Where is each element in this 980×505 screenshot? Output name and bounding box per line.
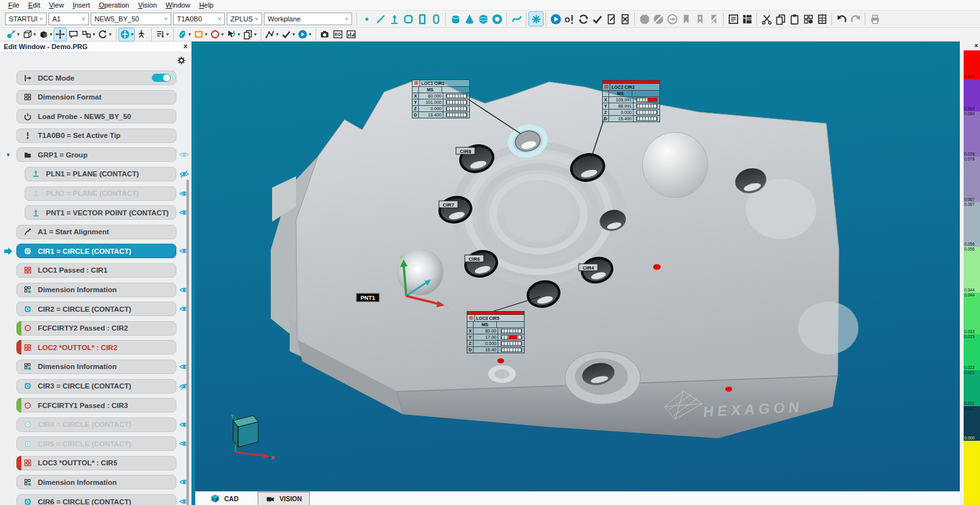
counterbore-boss[interactable]: [565, 351, 641, 404]
command-load[interactable]: Load Probe - NEW5_BY_50: [16, 109, 176, 123]
command-cir3[interactable]: CIR3 = CIRCLE (CONTACT): [16, 379, 176, 394]
optimize-path-icon[interactable]: ▾: [81, 28, 96, 41]
dropdown-workplane[interactable]: Workplane˅: [264, 13, 352, 25]
grid-icon[interactable]: [815, 12, 829, 26]
command-cir6[interactable]: CIR6 = CIRCLE (CONTACT): [16, 494, 176, 505]
eye-toggle[interactable]: [176, 246, 191, 256]
menu-help[interactable]: Help: [195, 1, 218, 9]
execute-icon[interactable]: [549, 12, 562, 26]
command-pln1[interactable]: PLN1 = PLANE (CONTACT): [25, 167, 176, 181]
cone-icon[interactable]: [462, 12, 476, 26]
dcc-mode-toggle[interactable]: [152, 74, 171, 82]
command-cir1[interactable]: CIR1 = CIRCLE (CONTACT): [16, 244, 176, 258]
continue-icon[interactable]: [665, 12, 679, 26]
measurement-label-loc2[interactable]: LOC2 CIR2MSX108.991Y88.991Z0.000D16.400: [602, 80, 660, 122]
eye-toggle[interactable]: [176, 496, 191, 505]
command-dimension[interactable]: Dimension Information: [16, 283, 176, 297]
move-probe-icon[interactable]: ▾: [119, 28, 134, 41]
command-cir4[interactable]: CIR4 = CIRCLE (CONTACT): [16, 417, 176, 432]
command-pnt1[interactable]: PNT1 = VECTOR POINT (CONTACT): [25, 205, 176, 220]
circle-feature-icon[interactable]: [401, 12, 415, 26]
point-tag-pnt1[interactable]: PNT1: [356, 293, 379, 302]
feature-tag-cir6[interactable]: CIR6: [465, 255, 484, 262]
redo-icon[interactable]: [848, 12, 862, 26]
gear-icon[interactable]: [176, 55, 186, 65]
eye-toggle[interactable]: [176, 477, 191, 487]
square-slot-icon[interactable]: [415, 12, 429, 26]
dropdown-new5_by_50[interactable]: NEW5_BY_50˅: [91, 13, 171, 25]
histogram-icon[interactable]: [345, 28, 357, 41]
tab-cad[interactable]: CAD: [203, 492, 246, 505]
loop-icon[interactable]: [576, 12, 590, 26]
command-loc3[interactable]: LOC3 *OUTTOL* : CIR5: [16, 456, 176, 470]
torus-icon[interactable]: [490, 12, 504, 26]
rect-zone-icon[interactable]: ▾: [193, 28, 208, 41]
execute-feature-icon[interactable]: [562, 12, 576, 26]
cad-canvas[interactable]: HEXAGON CIR8 CIR7 CIR6 CIR4 PNT1 y z x: [195, 42, 960, 491]
eye-slash-toggle[interactable]: [176, 381, 191, 392]
dropdown-a1[interactable]: A1˅: [48, 13, 89, 25]
auto-feature-icon[interactable]: [529, 12, 543, 26]
eye-toggle[interactable]: [176, 438, 191, 449]
rotate-icon[interactable]: ▾: [97, 28, 112, 41]
command-a1[interactable]: A1 = Start Alignment: [16, 225, 176, 239]
command-dimension[interactable]: Dimension Information: [16, 475, 176, 489]
caret-down-icon[interactable]: ▾: [6, 151, 9, 158]
undo-icon[interactable]: [835, 12, 848, 26]
command-fcfcirty1[interactable]: FCFCIRTY1 Passed : CIR3: [16, 398, 176, 412]
stop-icon[interactable]: [637, 12, 651, 26]
part-body[interactable]: [271, 81, 839, 438]
sphere-boss[interactable]: [642, 132, 708, 198]
solid-cube-icon[interactable]: ▾: [38, 28, 53, 41]
paste-icon[interactable]: [787, 12, 801, 26]
cut-icon[interactable]: [760, 12, 773, 26]
print-icon[interactable]: [868, 12, 882, 26]
circle-zone-icon[interactable]: ▾: [209, 28, 224, 41]
command-dcc[interactable]: DCC Mode: [16, 71, 176, 85]
feature-tag-cir8[interactable]: CIR8: [456, 147, 475, 154]
eye-toggle[interactable]: [176, 419, 191, 430]
command-cir5[interactable]: CIR5 = CIRCLE (CONTACT): [16, 436, 176, 451]
countersunk-hole[interactable]: [488, 365, 516, 383]
command-dimension[interactable]: Dimension Information: [16, 360, 176, 374]
measurement-label-loc1[interactable]: LOC1 CIR1MSX80.000Y101.000Z0.000D16.400: [412, 79, 470, 118]
command-t1a0b0[interactable]: T1A0B0 = Set Active Tip: [16, 128, 176, 143]
eye-slash-toggle[interactable]: [176, 169, 191, 179]
menu-insert[interactable]: Insert: [68, 1, 94, 9]
report-icon[interactable]: [726, 12, 740, 26]
pan-icon[interactable]: [54, 28, 66, 41]
eye-toggle[interactable]: [176, 207, 191, 218]
camera-icon[interactable]: [319, 28, 331, 41]
view-cube-icon[interactable]: ▾: [21, 28, 37, 41]
command-fcfcirty2[interactable]: FCFCIRTY2 Passed : CIR2: [16, 321, 176, 336]
cad-viewport[interactable]: HEXAGON CIR8 CIR7 CIR6 CIR4 PNT1 y z x: [195, 42, 960, 491]
dropdown-startup[interactable]: STARTUP˅: [5, 13, 47, 25]
probe-qc-icon[interactable]: ▾: [5, 28, 20, 41]
feature-tag-cir4[interactable]: CIR4: [579, 264, 598, 271]
panel-scrollbar[interactable]: [186, 179, 189, 505]
pattern-gear-icon[interactable]: [801, 12, 815, 26]
feature-list-icon[interactable]: ▾: [154, 28, 169, 41]
line-icon[interactable]: [373, 12, 387, 26]
dropdown-zplus[interactable]: ZPLUS˅: [227, 13, 262, 25]
marker-down-icon[interactable]: [693, 12, 707, 26]
marker-skip-icon[interactable]: [707, 12, 721, 26]
menu-view[interactable]: View: [45, 1, 69, 9]
done-check-icon[interactable]: [590, 12, 604, 26]
sphere-icon[interactable]: [476, 12, 490, 26]
command-grp1[interactable]: GRP1 = Group: [16, 147, 176, 162]
play-small-icon[interactable]: ▾: [297, 28, 312, 41]
cylinder-icon[interactable]: [448, 12, 462, 26]
tab-vision[interactable]: VISION: [258, 492, 311, 505]
menu-edit[interactable]: Edit: [24, 1, 45, 9]
eye-toggle[interactable]: [176, 361, 191, 372]
menu-vision[interactable]: Vision: [134, 1, 161, 9]
comment-icon[interactable]: [67, 28, 79, 41]
command-loc2[interactable]: LOC2 *OUTTOL* : CIR2: [16, 340, 176, 355]
marker-icon[interactable]: [679, 12, 693, 26]
edit-doc-icon[interactable]: [604, 12, 618, 26]
point-icon[interactable]: [360, 12, 373, 26]
menu-window[interactable]: Window: [161, 1, 195, 9]
curve-icon[interactable]: [510, 12, 523, 26]
close-icon[interactable]: ×: [183, 42, 188, 51]
